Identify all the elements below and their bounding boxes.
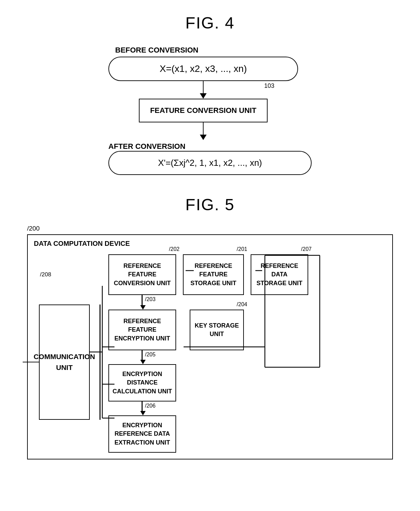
- fig4-diagram: BEFORE CONVERSION X=(x1, x2, x3, ..., xn…: [108, 46, 312, 175]
- ref-103: 103: [264, 82, 274, 90]
- arrow-after-conv: [135, 122, 271, 140]
- fig5-outer-wrapper: /200 DATA COMPUTATION DEVICE /208 COMMUN…: [27, 234, 393, 459]
- ref-206: /206: [145, 403, 155, 409]
- ref-feature-storage-box: REFERENCE FEATURE STORAGE UNIT: [183, 254, 244, 295]
- fig4-title: FIG. 4: [185, 14, 234, 32]
- arrow-head-2: [200, 135, 207, 140]
- comm-unit-box: COMMUNICATION UNIT: [39, 304, 90, 420]
- arrow-line-203: [142, 295, 143, 305]
- label-after: AFTER CONVERSION: [108, 142, 185, 151]
- arrow-203: /203: [142, 295, 386, 310]
- enc-ref-data-ext-wrapper: ENCRYPTION REFERENCE DATA EXTRACTION UNI…: [108, 415, 176, 453]
- fig5-inner-layout: /208 COMMUNICATION UNIT: [34, 254, 386, 453]
- arrow-head-206: [140, 411, 146, 415]
- key-storage-box: KEY STORAGE UNIT: [190, 310, 244, 350]
- arrow-206: /206: [142, 401, 386, 415]
- ref-208: /208: [40, 271, 51, 278]
- key-storage-wrapper: /204 KEY STORAGE UNIT: [183, 310, 244, 350]
- arrow-head-205: [140, 360, 146, 364]
- comm-left-tick: [23, 361, 27, 362]
- label-before: BEFORE CONVERSION: [115, 46, 198, 55]
- ref-207: /207: [301, 246, 312, 252]
- arrow-head-1: [200, 93, 207, 99]
- ref-201: /201: [237, 246, 247, 252]
- formula-before-box: X=(x1, x2, x3, ..., xn): [108, 57, 298, 81]
- arrow-line-205: [142, 350, 143, 360]
- fig5-title: FIG. 5: [185, 195, 234, 214]
- comm-unit-col: /208 COMMUNICATION UNIT: [34, 254, 95, 453]
- arrow-line-206: [142, 401, 143, 411]
- ref-feature-conv-box: REFERENCE FEATURE CONVERSION UNIT: [108, 254, 176, 295]
- enc-dist-calc-box: ENCRYPTION DISTANCE CALCULATION UNIT: [108, 364, 176, 401]
- arrow-to-conv: 103: [135, 81, 271, 99]
- fourth-row: ENCRYPTION REFERENCE DATA EXTRACTION UNI…: [108, 415, 386, 453]
- top-row: /202 REFERENCE FEATURE CONVERSION UNIT /…: [108, 254, 386, 295]
- ref-feature-enc-box: REFERENCE FEATURE ENCRYPTION UNIT: [108, 310, 176, 350]
- ref-feat-conv-wrapper: /202 REFERENCE FEATURE CONVERSION UNIT: [108, 254, 176, 295]
- arrow-line-1: [203, 81, 204, 93]
- arrow-head-203: [140, 305, 146, 310]
- ref-data-storage-box: REFERENCE DATA STORAGE UNIT: [251, 254, 308, 295]
- ref-203: /203: [145, 296, 155, 302]
- ref-feat-storage-wrapper: /201 REFERENCE FEATURE STORAGE UNIT: [183, 254, 244, 295]
- ref-205: /205: [145, 352, 155, 358]
- formula-after-box: X'=(Σxj^2, 1, x1, x2, ..., xn): [108, 151, 312, 175]
- second-row: REFERENCE FEATURE ENCRYPTION UNIT /204 K…: [108, 310, 386, 350]
- ref-data-storage-wrapper: /207 REFERENCE DATA STORAGE UNIT: [251, 254, 308, 295]
- fig4-inner: X=(x1, x2, x3, ..., xn) 103 FEATURE CONV…: [108, 57, 298, 140]
- enc-ref-data-ext-box: ENCRYPTION REFERENCE DATA EXTRACTION UNI…: [108, 415, 176, 453]
- arrow-line-2: [203, 122, 204, 135]
- right-panel: /202 REFERENCE FEATURE CONVERSION UNIT /…: [105, 254, 386, 453]
- fig5-main-box: DATA COMPUTATION DEVICE /208 COMMUNICATI…: [27, 234, 393, 459]
- data-computation-label: DATA COMPUTATION DEVICE: [34, 240, 386, 248]
- comm-to-main-connector: [95, 271, 105, 453]
- ref-feat-enc-wrapper: REFERENCE FEATURE ENCRYPTION UNIT: [108, 310, 176, 350]
- ref-202: /202: [169, 246, 180, 252]
- ref-200: /200: [27, 225, 40, 232]
- fig5-section: FIG. 5 /200 DATA COMPUTATION DEVICE /208…: [0, 195, 420, 480]
- enc-dist-calc-wrapper: ENCRYPTION DISTANCE CALCULATION UNIT: [108, 364, 176, 401]
- fig4-section: FIG. 4 BEFORE CONVERSION X=(x1, x2, x3, …: [0, 0, 420, 175]
- feature-conversion-unit-box: FEATURE CONVERSION UNIT: [139, 99, 268, 122]
- third-row: ENCRYPTION DISTANCE CALCULATION UNIT: [108, 364, 386, 401]
- ref-204: /204: [237, 301, 247, 308]
- comm-left-connector: [27, 361, 40, 362]
- arrow-205: /205: [142, 350, 386, 364]
- vertical-connector-mid: [100, 304, 101, 420]
